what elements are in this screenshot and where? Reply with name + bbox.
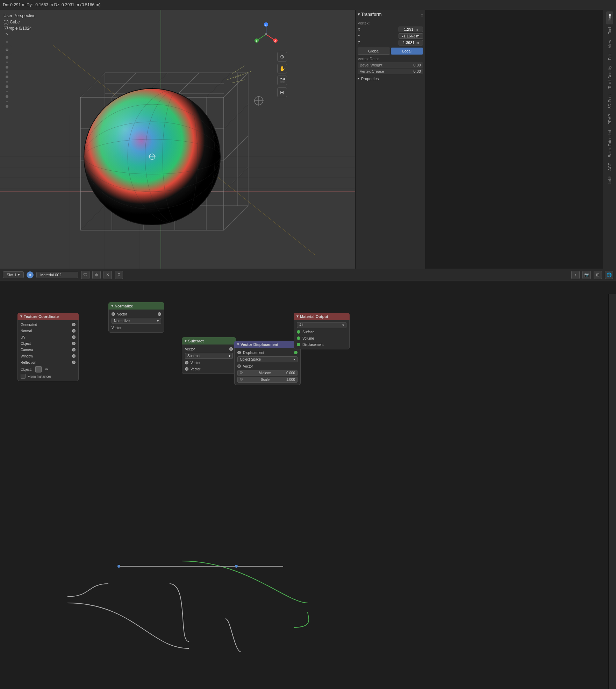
- node-vector-displacement[interactable]: ▾ Vector Displacement Displacement Objec…: [234, 341, 301, 385]
- socket-window: Window: [18, 353, 78, 359]
- tab-view[interactable]: View: [606, 37, 613, 51]
- orbit-icon[interactable]: ⊕: [277, 52, 287, 62]
- eyedropper-icon[interactable]: ✏: [45, 367, 49, 372]
- z-row: Z 1.3931 m: [358, 40, 423, 45]
- socket-generated-out[interactable]: [72, 323, 76, 326]
- pin-icon-btn[interactable]: ⚲: [115, 271, 123, 279]
- node-normalize[interactable]: ▾ Normalize Vector Normalize ▾ Vector: [108, 302, 164, 333]
- subtract-vector-out[interactable]: [229, 347, 233, 351]
- conn-normalize-subtract1: [170, 584, 189, 641]
- node-mat-output-title: Material Output: [300, 314, 328, 319]
- object-selector[interactable]: [35, 366, 42, 372]
- camera-icon-btn[interactable]: 📷: [582, 271, 591, 279]
- midlevel-socket[interactable]: [240, 371, 243, 374]
- x-value[interactable]: 1.291 m: [399, 27, 423, 32]
- node-material-output[interactable]: ▾ Material Output All ▾ Surface Volume: [294, 313, 350, 349]
- svg-text:Y: Y: [256, 40, 257, 42]
- tab-act[interactable]: ACT: [606, 160, 613, 173]
- subtract-vector-in1[interactable]: [185, 361, 188, 364]
- tab-prap[interactable]: PRAP: [606, 111, 613, 127]
- socket-object-out[interactable]: [72, 342, 76, 345]
- chevron-down-icon-4: ▾: [293, 357, 295, 361]
- volume-socket[interactable]: [297, 336, 300, 340]
- left-toolbar: ↖ ✥: [0, 24, 14, 108]
- up-icon-btn[interactable]: ↑: [571, 271, 580, 279]
- midlevel-value[interactable]: 0.000: [286, 371, 295, 375]
- properties-panel: ▾ Transform ⠿ Vertex: X 1.291 m Y -1.166…: [355, 10, 425, 269]
- shield-icon-btn[interactable]: 🛡: [81, 271, 89, 279]
- hand-icon[interactable]: ✋: [277, 64, 287, 73]
- scale-value[interactable]: 1.000: [286, 378, 295, 382]
- socket-normal-out[interactable]: [72, 329, 76, 333]
- y-row: Y -1.1663 m: [358, 33, 423, 39]
- coord-display: Dx: 0.291 m Dy: -0.1663 m Dz: 0.3931 m (…: [3, 2, 100, 7]
- gizmo-widget[interactable]: Z X Y: [254, 22, 278, 47]
- collapse-icon-2: ▾: [111, 304, 113, 308]
- socket-normalize-vector-out: Vector: [109, 325, 164, 331]
- viewport-toolbar: ⊕ ✋ 🎬 ⊞: [277, 52, 287, 97]
- chevron-down-icon-2: ▾: [157, 319, 159, 323]
- socket-reflection-out[interactable]: [72, 361, 76, 364]
- z-value[interactable]: 1.3931 m: [399, 40, 423, 45]
- y-value[interactable]: -1.1663 m: [399, 33, 423, 39]
- camera-view-icon[interactable]: 🎬: [277, 76, 287, 85]
- vertex-crease-value[interactable]: 0.00: [414, 69, 421, 73]
- normalize-vector-in-socket[interactable]: [112, 312, 115, 316]
- node-texture-coordinate[interactable]: ▾ Texture Coordinate Generated Normal UV…: [17, 313, 79, 381]
- node-canvas[interactable]: ▾ Texture Coordinate Generated Normal UV…: [0, 281, 616, 689]
- svg-point-63: [265, 33, 267, 35]
- tab-kekit[interactable]: kekit: [606, 173, 613, 187]
- vecdisp-vector-in[interactable]: [237, 364, 241, 368]
- matout-dropdown[interactable]: All ▾: [297, 322, 346, 328]
- vecdisp-out-socket: [294, 351, 298, 354]
- subtract-vector-in2[interactable]: [185, 367, 188, 371]
- tab-3d-print[interactable]: 3D-Print: [606, 92, 613, 111]
- node-subtract-body: Vector Subtract ▾ Vector Vector: [182, 344, 236, 374]
- local-btn[interactable]: Local: [391, 48, 423, 55]
- expand-icon: ▾: [358, 12, 360, 17]
- displacement-socket[interactable]: [297, 343, 300, 346]
- vecdisp-displacement-socket[interactable]: [237, 351, 241, 354]
- move-tool[interactable]: ✥: [2, 45, 12, 55]
- x-row: X 1.291 m: [358, 27, 423, 32]
- top-bar: Dx: 0.291 m Dy: -0.1663 m Dz: 0.3931 m (…: [0, 0, 616, 10]
- node-subtract-header: ▾ Subtract: [182, 337, 236, 344]
- subtract-dropdown[interactable]: Subtract ▾: [185, 353, 233, 359]
- grid-view-icon[interactable]: ⊞: [277, 87, 287, 97]
- from-instancer-checkbox[interactable]: [21, 374, 26, 379]
- vertex-data-label: Vertex Data:: [358, 57, 423, 61]
- node-subtract[interactable]: ▾ Subtract Vector Subtract ▾ Vector: [182, 337, 236, 374]
- normalize-vector-out-socket[interactable]: [158, 312, 161, 316]
- slot-dropdown[interactable]: Slot 1 ▾: [3, 271, 24, 278]
- scale-socket[interactable]: [240, 378, 243, 381]
- tab-tool[interactable]: Tool: [606, 24, 613, 37]
- close-icon-btn[interactable]: ✕: [103, 271, 112, 279]
- tab-batex-extended[interactable]: Batex Extended: [606, 127, 613, 160]
- bevel-weight-value[interactable]: 0.00: [414, 63, 421, 67]
- cursor-tool[interactable]: ↖: [2, 29, 12, 38]
- copy-icon-btn[interactable]: ⊕: [92, 271, 101, 279]
- normalize-dropdown[interactable]: Normalize ▾: [112, 318, 161, 324]
- socket-uv-out[interactable]: [72, 335, 76, 339]
- tab-item[interactable]: Item: [606, 11, 613, 24]
- world-icon-btn[interactable]: 🌐: [605, 271, 613, 279]
- tab-texel-density[interactable]: Texel Density: [606, 63, 613, 91]
- material-name[interactable]: Material.002: [36, 272, 78, 278]
- chevron-down-icon-3: ▾: [229, 354, 230, 358]
- socket-camera-out[interactable]: [72, 348, 76, 351]
- surface-socket[interactable]: [297, 330, 300, 334]
- conn-normal-normalize: [67, 584, 108, 597]
- socket-window-out[interactable]: [72, 354, 76, 358]
- 3d-viewport[interactable]: User Perspective (1) Cube Sample 0/1024 …: [0, 10, 355, 269]
- socket-normalize-vector-in: Vector: [109, 311, 164, 317]
- global-btn[interactable]: Global: [358, 48, 390, 55]
- properties-link[interactable]: ▸ Properties: [358, 76, 423, 81]
- coord-space-btns: Global Local: [358, 48, 423, 55]
- vecdisp-scale-row: Scale 1.000: [237, 377, 298, 383]
- tab-edit[interactable]: Edit: [606, 51, 613, 63]
- shader-side-panel: [608, 294, 616, 689]
- node-tex-coord-body: Generated Normal UV Object Camera: [17, 320, 79, 381]
- conn-subtract-vecdisp: [225, 619, 241, 652]
- vecdisp-space-dropdown[interactable]: Object Space ▾: [237, 356, 298, 362]
- render-icon-btn[interactable]: ⊞: [594, 271, 602, 279]
